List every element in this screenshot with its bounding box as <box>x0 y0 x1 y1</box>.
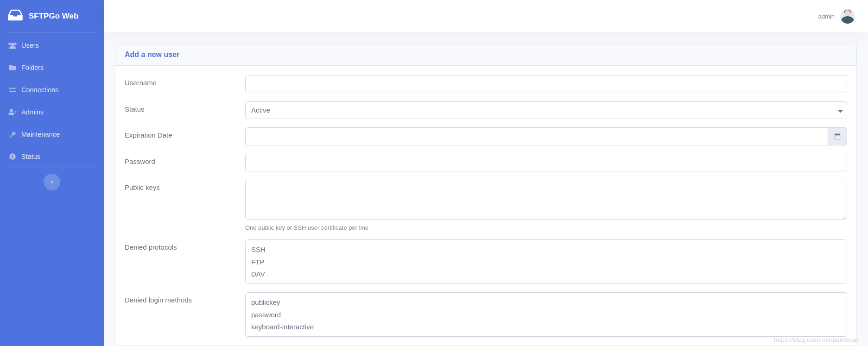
publickeys-textarea[interactable] <box>245 180 847 220</box>
topbar-username: admin <box>818 13 835 20</box>
password-input[interactable] <box>245 154 847 172</box>
sidebar-item-label: Connections <box>21 86 59 94</box>
denied-protocols-option[interactable]: DAV <box>246 268 847 281</box>
sidebar-item-label: Status <box>21 153 40 160</box>
avatar[interactable] <box>840 9 855 24</box>
sidebar: SFTPGo Web UsersFoldersConnectionsAdmins… <box>0 0 104 346</box>
password-label: Password <box>125 154 245 165</box>
sidebar-item-connections[interactable]: Connections <box>0 79 104 101</box>
users-icon <box>8 42 17 49</box>
sidebar-item-label: Maintenance <box>21 131 60 138</box>
admin-icon <box>8 109 17 115</box>
content-area: Add a new user Username Status Active Ex… <box>104 32 868 346</box>
denied-protocols-listbox[interactable]: SSHFTPDAV <box>245 239 847 284</box>
status-label: Status <box>125 101 245 113</box>
denied-logins-listbox[interactable]: publickeypasswordkeyboard-interactivepub… <box>245 292 847 337</box>
publickeys-hint: One public key or SSH user certificate p… <box>245 224 847 231</box>
status-select[interactable]: Active <box>245 101 847 120</box>
card-title: Add a new user <box>115 44 856 66</box>
sidebar-item-users[interactable]: Users <box>0 34 104 57</box>
expiration-input[interactable] <box>245 127 828 145</box>
calendar-icon <box>834 133 841 139</box>
brand-title: SFTPGo Web <box>29 12 78 21</box>
denied-logins-option[interactable]: publickey <box>246 296 847 309</box>
brand-logo-icon <box>7 8 29 24</box>
denied-logins-option[interactable]: keyboard-interactive <box>246 321 847 333</box>
chevron-left-icon <box>50 180 54 184</box>
info-icon <box>8 153 17 160</box>
denied-protocols-option[interactable]: FTP <box>246 256 847 269</box>
sidebar-item-label: Users <box>21 42 39 49</box>
username-input[interactable] <box>245 75 847 93</box>
denied-logins-label: Denied login methods <box>125 292 245 304</box>
folder-icon <box>8 64 17 71</box>
sidebar-item-status[interactable]: Status <box>0 145 104 168</box>
sidebar-item-label: Folders <box>21 64 44 71</box>
expiration-label: Expiration Date <box>125 127 245 139</box>
form: Username Status Active Expiration Date <box>115 66 856 337</box>
sidebar-collapse-button[interactable] <box>44 174 60 190</box>
calendar-button[interactable] <box>828 127 847 145</box>
denied-protocols-option[interactable]: SSH <box>246 244 847 256</box>
sidebar-item-maintenance[interactable]: Maintenance <box>0 123 104 145</box>
denied-protocols-label: Denied protocols <box>125 239 245 251</box>
sidebar-item-admins[interactable]: Admins <box>0 101 104 123</box>
card: Add a new user Username Status Active Ex… <box>115 44 857 346</box>
brand[interactable]: SFTPGo Web <box>0 0 104 32</box>
topbar: admin <box>104 0 868 32</box>
wrench-icon <box>8 131 17 138</box>
watermark: https://blog.csdn.net/peihexian <box>774 336 860 343</box>
username-label: Username <box>125 75 245 87</box>
sidebar-item-label: Admins <box>21 108 44 116</box>
denied-logins-option[interactable]: password <box>246 309 847 321</box>
denied-logins-option[interactable]: publickey+password <box>246 333 847 337</box>
exchange-icon <box>8 87 17 93</box>
publickeys-label: Public keys <box>125 180 245 191</box>
sidebar-item-folders[interactable]: Folders <box>0 57 104 79</box>
